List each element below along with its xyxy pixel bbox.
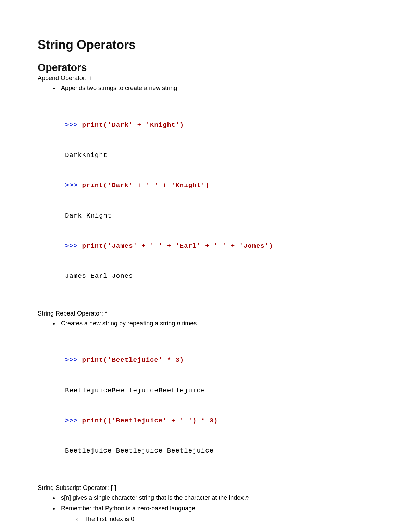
subscript-label: String Subscript Operator: [38,484,111,491]
append-operator-heading: Append Operator: + [38,75,373,82]
subscript-sub-bullets-1: The first index is 0 [61,514,373,524]
append-symbol: + [88,75,92,82]
append-bullets: Appends two strings to create a new stri… [38,83,373,93]
append-label: Append Operator: [38,75,88,82]
subscript-bullet1-n: n [245,494,249,501]
repl-command: print(('Beetlejuice' + ' ') * 3) [82,417,218,424]
repeat-code-block: >>> print('Beetlejuice' * 3) Beetlejuice… [65,335,373,476]
repeat-operator-heading: String Repeat Operator: * [38,310,373,317]
doc-title: String Operators [38,38,373,52]
document-page: String Operators Operators Append Operat… [0,0,411,532]
repl-command: print('Beetlejuice' * 3) [82,356,184,364]
repl-output: DarkKnight [65,150,373,160]
repl-prompt: >>> [65,356,82,364]
subscript-symbol: [ ] [111,484,116,491]
repeat-bullet-suffix: times [180,320,197,327]
repl-output: BeetlejuiceBeetlejuiceBeetlejuice [65,386,373,396]
subscript-bullet1-prefix: s[n] gives a single character string tha… [61,494,245,501]
repl-command: print('Dark' + 'Knight') [82,121,184,129]
repl-command: print('James' + ' ' + 'Earl' + ' ' + 'Jo… [82,242,273,250]
list-item: The first index is 0 [82,514,373,524]
repl-command: print('Dark' + ' ' + 'Knight') [82,182,210,189]
list-item: s[n] gives a single character string tha… [59,493,373,503]
repl-prompt: >>> [65,121,82,129]
repl-output: James Earl Jones [65,271,373,281]
repeat-symbol: * [105,310,107,317]
append-code-block: >>> print('Dark' + 'Knight') DarkKnight … [65,100,373,302]
repl-prompt: >>> [65,182,82,189]
list-item: Remember that Python is a zero-based lan… [59,504,373,524]
section-heading: Operators [38,62,373,73]
repl-output: Beetlejuice Beetlejuice Beetlejuice [65,446,373,456]
repeat-bullet-n: n [177,320,180,327]
subscript-bullets-top: s[n] gives a single character string tha… [38,493,373,524]
subscript-operator-heading: String Subscript Operator: [ ] [38,484,373,492]
list-item: Appends two strings to create a new stri… [59,83,373,93]
subscript-bullet2: Remember that Python is a zero-based lan… [61,505,195,512]
list-item: Creates a new string by repeating a stri… [59,319,373,329]
repeat-bullets: Creates a new string by repeating a stri… [38,319,373,329]
repl-prompt: >>> [65,242,82,250]
repeat-bullet-prefix: Creates a new string by repeating a stri… [61,320,177,327]
repeat-label: String Repeat Operator: [38,310,105,317]
repl-prompt: >>> [65,417,82,424]
repl-output: Dark Knight [65,211,373,221]
